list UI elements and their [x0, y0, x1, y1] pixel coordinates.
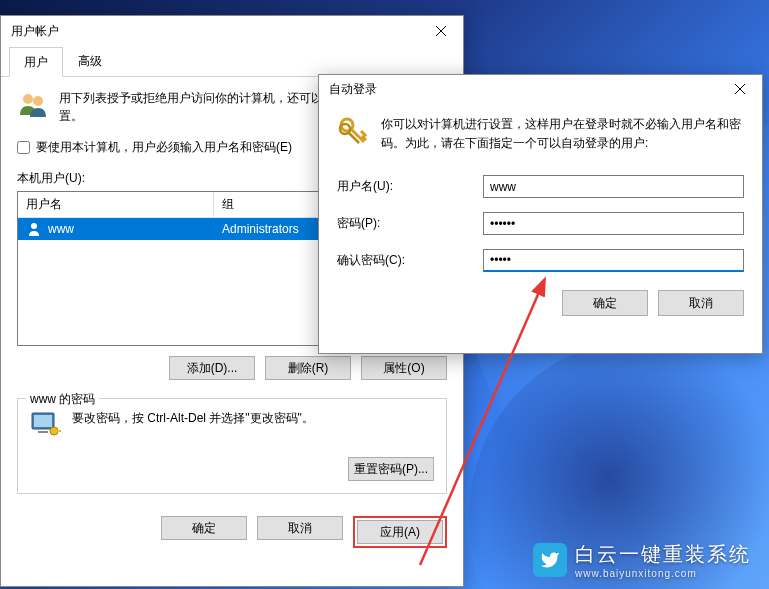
ok-button[interactable]: 确定 — [161, 516, 247, 540]
close-icon[interactable] — [717, 74, 762, 104]
users-icon — [17, 89, 49, 121]
al-titlebar[interactable]: 自动登录 — [319, 75, 762, 103]
svg-point-0 — [23, 94, 33, 104]
require-password-checkbox[interactable] — [17, 141, 30, 154]
username-field[interactable] — [483, 175, 744, 198]
confirm-password-field[interactable] — [483, 249, 744, 272]
password-field[interactable] — [483, 212, 744, 235]
col-username[interactable]: 用户名 — [18, 192, 214, 217]
require-password-label: 要使用本计算机，用户必须输入用户名和密码(E) — [36, 139, 292, 156]
confirm-password-label: 确认密码(C): — [337, 252, 483, 269]
password-legend: www 的密码 — [26, 391, 99, 408]
watermark-text: 白云一键重装系统 — [575, 541, 751, 568]
auto-login-dialog: 自动登录 你可以对计算机进行设置，这样用户在登录时就不必输入用户名和密码。为此，… — [318, 74, 763, 354]
close-icon[interactable] — [418, 16, 463, 46]
user-icon — [26, 221, 42, 237]
svg-rect-5 — [38, 431, 48, 433]
ua-titlebar[interactable]: 用户帐户 — [1, 16, 463, 46]
svg-point-6 — [50, 427, 58, 435]
ua-title: 用户帐户 — [11, 23, 59, 40]
al-intro-text: 你可以对计算机进行设置，这样用户在登录时就不必输入用户名和密码。为此，请在下面指… — [381, 115, 744, 153]
cancel-button[interactable]: 取消 — [257, 516, 343, 540]
password-fieldset: www 的密码 要改密码，按 Ctrl-Alt-Del 并选择"更改密码"。 重… — [17, 398, 447, 494]
al-title: 自动登录 — [329, 81, 377, 98]
apply-highlight: 应用(A) — [353, 516, 447, 548]
tab-users[interactable]: 用户 — [9, 47, 63, 77]
row-username: www — [48, 222, 74, 236]
al-ok-button[interactable]: 确定 — [562, 290, 648, 316]
monitor-key-icon — [30, 409, 62, 441]
tab-advanced[interactable]: 高级 — [63, 46, 117, 76]
properties-button[interactable]: 属性(O) — [361, 356, 447, 380]
svg-point-2 — [31, 223, 37, 229]
svg-rect-7 — [57, 430, 61, 432]
password-text: 要改密码，按 Ctrl-Alt-Del 并选择"更改密码"。 — [72, 409, 314, 428]
add-button[interactable]: 添加(D)... — [169, 356, 255, 380]
al-cancel-button[interactable]: 取消 — [658, 290, 744, 316]
keys-icon — [337, 115, 369, 147]
ua-tabs: 用户 高级 — [1, 46, 463, 77]
watermark-sub: www.baiyunxitong.com — [575, 568, 751, 579]
svg-point-1 — [33, 96, 43, 106]
watermark-logo-icon — [533, 543, 567, 577]
remove-button[interactable]: 删除(R) — [265, 356, 351, 380]
apply-button[interactable]: 应用(A) — [357, 520, 443, 544]
svg-rect-4 — [34, 415, 52, 427]
reset-password-button[interactable]: 重置密码(P)... — [348, 457, 434, 481]
password-label: 密码(P): — [337, 215, 483, 232]
watermark: 白云一键重装系统 www.baiyunxitong.com — [533, 541, 751, 579]
username-label: 用户名(U): — [337, 178, 483, 195]
